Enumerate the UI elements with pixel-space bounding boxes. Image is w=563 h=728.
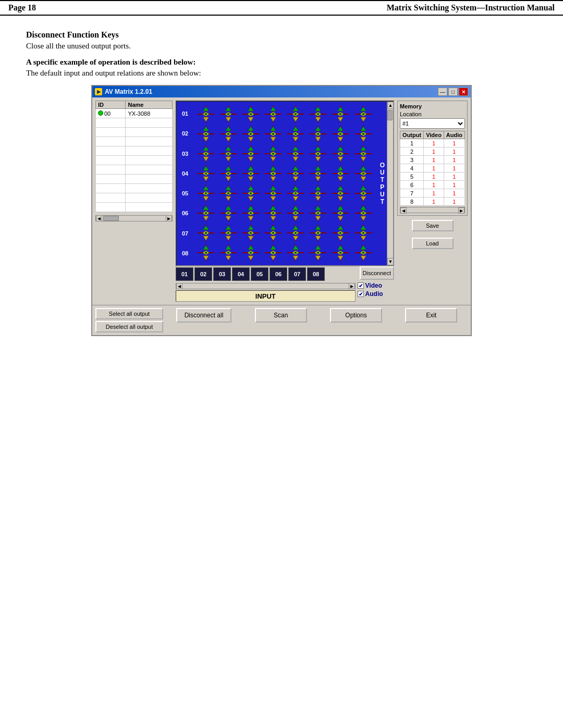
scan-button[interactable]: Scan — [255, 308, 307, 323]
video-checkbox[interactable]: ✔ — [358, 282, 364, 289]
audio-checkbox[interactable]: ✔ — [358, 291, 364, 297]
matrix-cell-1-5[interactable] — [309, 125, 327, 143]
vscrollbar-thumb[interactable] — [387, 110, 393, 120]
matrix-cell-1-0[interactable] — [197, 125, 215, 143]
matrix-cell-2-6[interactable] — [331, 144, 350, 163]
matrix-cell-7-4[interactable] — [286, 243, 305, 262]
matrix-cell-7-2[interactable] — [241, 243, 260, 262]
scroll-left-arrow[interactable]: ◀ — [96, 215, 102, 221]
video-check-label[interactable]: ✔ Video — [358, 282, 383, 289]
matrix-cell-0-0[interactable] — [197, 105, 215, 124]
matrix-vscrollbar[interactable]: ▲ ▼ — [387, 102, 393, 265]
matrix-cell-1-3[interactable] — [264, 125, 283, 143]
deselect-all-output-button[interactable]: Deselect all output — [95, 321, 163, 332]
save-button[interactable]: Save — [412, 220, 454, 231]
matrix-cell-2-1[interactable] — [219, 144, 238, 163]
matrix-cell-1-2[interactable] — [241, 125, 260, 143]
matrix-cell-4-3[interactable] — [264, 184, 283, 203]
matrix-cell-0-4[interactable] — [286, 105, 305, 124]
scroll-up-arrow[interactable]: ▲ — [387, 102, 394, 109]
matrix-cell-7-7[interactable] — [354, 243, 373, 262]
matrix-cell-2-7[interactable] — [354, 144, 373, 163]
matrix-cell-4-2[interactable] — [241, 184, 260, 203]
matrix-cell-0-1[interactable] — [219, 105, 238, 124]
matrix-cell-7-3[interactable] — [264, 243, 283, 262]
matrix-cell-5-4[interactable] — [286, 204, 305, 223]
matrix-cell-5-0[interactable] — [197, 204, 215, 223]
mem-scroll-left[interactable]: ◀ — [400, 207, 407, 214]
maximize-button[interactable]: □ — [448, 88, 458, 96]
matrix-cell-4-4[interactable] — [286, 184, 305, 203]
matrix-cell-2-3[interactable] — [264, 144, 283, 163]
matrix-grid[interactable] — [197, 105, 375, 262]
matrix-cell-0-6[interactable] — [331, 105, 350, 124]
input-btn-08[interactable]: 08 — [307, 267, 325, 281]
hscroll-left-arrow[interactable]: ◀ — [176, 283, 182, 289]
input-btn-07[interactable]: 07 — [288, 267, 306, 281]
matrix-cell-7-1[interactable] — [219, 243, 238, 262]
matrix-cell-4-0[interactable] — [197, 184, 215, 203]
select-all-output-button[interactable]: Select all output — [95, 308, 163, 319]
device-scrollbar[interactable]: ◀ ▶ — [95, 215, 173, 221]
disconnect-button[interactable]: Disconnect — [360, 266, 394, 280]
matrix-cell-3-4[interactable] — [286, 164, 305, 183]
matrix-cell-7-5[interactable] — [309, 243, 327, 262]
matrix-cell-5-7[interactable] — [354, 204, 373, 223]
input-btn-01[interactable]: 01 — [176, 267, 193, 281]
memory-location-select[interactable]: #1 #2 #3 — [400, 118, 465, 129]
matrix-cell-6-5[interactable] — [309, 224, 327, 242]
scroll-right-arrow[interactable]: ▶ — [166, 215, 172, 221]
matrix-cell-0-7[interactable] — [354, 105, 373, 124]
matrix-cell-6-3[interactable] — [264, 224, 283, 242]
window-controls[interactable]: — □ ✕ — [438, 88, 468, 96]
input-btn-02[interactable]: 02 — [194, 267, 212, 281]
input-btn-03[interactable]: 03 — [213, 267, 231, 281]
matrix-cell-6-1[interactable] — [219, 224, 238, 242]
input-buttons[interactable]: 0102030405060708 — [176, 266, 356, 282]
matrix-cell-5-3[interactable] — [264, 204, 283, 223]
matrix-cell-7-0[interactable] — [197, 243, 215, 262]
matrix-cell-6-7[interactable] — [354, 224, 373, 242]
device-row[interactable]: 00 YX-3088 — [96, 109, 173, 118]
exit-button[interactable]: Exit — [405, 308, 457, 323]
matrix-cell-2-5[interactable] — [309, 144, 327, 163]
minimize-button[interactable]: — — [438, 88, 447, 96]
matrix-cell-5-2[interactable] — [241, 204, 260, 223]
memory-scrollbar[interactable]: ◀ ▶ — [400, 207, 465, 213]
matrix-cell-4-6[interactable] — [331, 184, 350, 203]
matrix-cell-6-4[interactable] — [286, 224, 305, 242]
matrix-cell-5-6[interactable] — [331, 204, 350, 223]
mem-scroll-right[interactable]: ▶ — [458, 207, 464, 214]
input-btn-06[interactable]: 06 — [270, 267, 287, 281]
matrix-cell-0-2[interactable] — [241, 105, 260, 124]
matrix-cell-2-0[interactable] — [197, 144, 215, 163]
matrix-cell-4-5[interactable] — [309, 184, 327, 203]
matrix-cell-6-0[interactable] — [197, 224, 215, 242]
scroll-down-arrow[interactable]: ▼ — [387, 258, 394, 265]
matrix-cell-5-5[interactable] — [309, 204, 327, 223]
options-button[interactable]: Options — [330, 308, 382, 323]
load-button[interactable]: Load — [412, 238, 454, 249]
matrix-cell-6-6[interactable] — [331, 224, 350, 242]
matrix-cell-5-1[interactable] — [219, 204, 238, 223]
close-button[interactable]: ✕ — [459, 88, 468, 96]
matrix-cell-3-2[interactable] — [241, 164, 260, 183]
matrix-cell-3-7[interactable] — [354, 164, 373, 183]
audio-check-label[interactable]: ✔ Audio — [358, 290, 383, 298]
scrollbar-thumb[interactable] — [103, 216, 119, 221]
matrix-cell-7-6[interactable] — [331, 243, 350, 262]
disconnect-all-button[interactable]: Disconnect all — [176, 308, 232, 323]
matrix-cell-3-6[interactable] — [331, 164, 350, 183]
matrix-cell-4-7[interactable] — [354, 184, 373, 203]
matrix-cell-1-7[interactable] — [354, 125, 373, 143]
matrix-cell-6-2[interactable] — [241, 224, 260, 242]
matrix-cell-1-1[interactable] — [219, 125, 238, 143]
matrix-cell-1-4[interactable] — [286, 125, 305, 143]
matrix-cell-0-3[interactable] — [264, 105, 283, 124]
input-btn-04[interactable]: 04 — [232, 267, 250, 281]
matrix-cell-3-5[interactable] — [309, 164, 327, 183]
input-btn-05[interactable]: 05 — [251, 267, 268, 281]
matrix-cell-2-2[interactable] — [241, 144, 260, 163]
matrix-cell-3-0[interactable] — [197, 164, 215, 183]
matrix-cell-1-6[interactable] — [331, 125, 350, 143]
